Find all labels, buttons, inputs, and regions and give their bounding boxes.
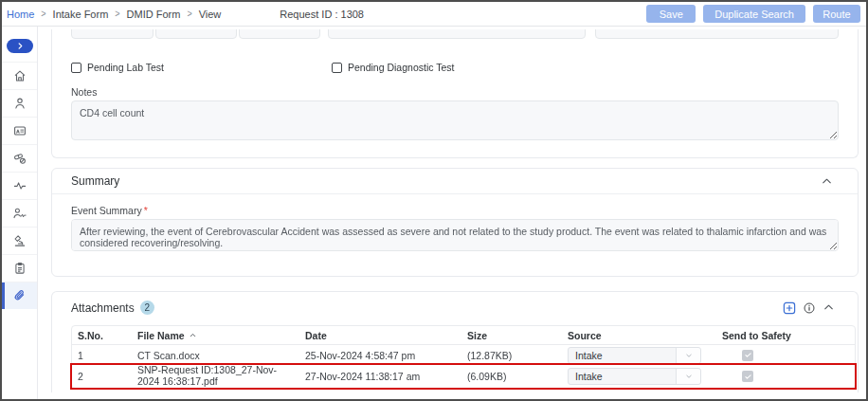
source-select[interactable]: Intake xyxy=(568,347,701,364)
activity-pulse-icon xyxy=(12,178,27,193)
save-button[interactable]: Save xyxy=(646,5,696,23)
send-to-safety-checkbox-checked-disabled xyxy=(742,371,753,382)
breadcrumb-view: View xyxy=(199,9,222,20)
sidebar-expand-button[interactable] xyxy=(7,39,33,53)
row-sno: 1 xyxy=(72,350,132,361)
col-header-source: Source xyxy=(562,330,716,341)
row-send-to-safety-cell xyxy=(716,350,855,361)
row-date: 25-Nov-2024 4:58:47 pm xyxy=(299,350,461,361)
header-actions: Save Duplicate Search Route xyxy=(646,5,860,23)
col-header-send-to-safety: Send to Safety xyxy=(716,330,855,341)
attachments-table: S.No. File Name Date Size Source Send to… xyxy=(71,325,856,389)
request-id: Request ID : 1308 xyxy=(280,9,364,20)
main-content: Pending Lab Test Pending Diagnostic Test… xyxy=(38,27,866,399)
row-sno: 2 xyxy=(72,371,132,382)
send-to-safety-checkbox-checked-disabled xyxy=(742,350,753,361)
summary-section: Summary Event Summary* After reviewing, … xyxy=(51,168,859,277)
cutoff-field xyxy=(155,29,237,39)
pending-tests-row: Pending Lab Test Pending Diagnostic Test xyxy=(71,62,839,73)
attachments-table-header: S.No. File Name Date Size Source Send to… xyxy=(72,326,855,345)
pending-diagnostic-test-label: Pending Diagnostic Test xyxy=(348,62,454,73)
pending-lab-test-checkbox[interactable]: Pending Lab Test xyxy=(71,62,332,73)
attachments-section: Attachments 2 S.No. File Name xyxy=(51,291,859,392)
paperclip-icon xyxy=(12,288,27,303)
source-select[interactable]: Intake xyxy=(568,368,701,385)
id-card-icon xyxy=(12,123,27,138)
col-header-date: Date xyxy=(299,330,461,341)
info-icon[interactable] xyxy=(803,301,816,315)
notes-textarea[interactable]: CD4 cell count xyxy=(71,100,839,140)
top-bar: Home > Intake Form > DMID Form > View Re… xyxy=(2,2,866,27)
details-card: Pending Lab Test Pending Diagnostic Test… xyxy=(51,29,859,158)
attachments-actions xyxy=(783,301,835,315)
route-button[interactable]: Route xyxy=(813,5,860,23)
chevron-right-icon xyxy=(15,41,26,51)
row-send-to-safety-cell xyxy=(716,371,855,382)
sidebar-item-clipboard[interactable] xyxy=(2,254,37,282)
breadcrumb-intake-form[interactable]: Intake Form xyxy=(53,9,109,20)
breadcrumb-separator: > xyxy=(115,9,119,20)
checkbox-icon[interactable] xyxy=(332,63,342,73)
checkbox-icon[interactable] xyxy=(71,63,81,73)
home-icon xyxy=(12,68,27,83)
sidebar-item-attachments[interactable] xyxy=(2,282,37,309)
pending-lab-test-label: Pending Lab Test xyxy=(87,62,164,73)
cutoff-field xyxy=(328,29,586,39)
sidebar-item-home[interactable] xyxy=(2,62,37,89)
sort-asc-icon xyxy=(189,331,197,339)
attachments-header: Attachments 2 xyxy=(52,292,858,321)
breadcrumb-home[interactable]: Home xyxy=(7,9,34,20)
event-summary-textarea[interactable]: After reviewing, the event of Cerebrovas… xyxy=(71,219,839,251)
summary-collapse-button[interactable] xyxy=(821,175,833,188)
required-marker: * xyxy=(144,205,148,216)
microscope-icon xyxy=(12,233,27,248)
row-size: (6.09KB) xyxy=(461,371,562,382)
sidebar-item-medication[interactable] xyxy=(2,144,37,172)
breadcrumb: Home > Intake Form > DMID Form > View xyxy=(7,9,221,20)
cutoff-field xyxy=(71,29,154,39)
row-source-cell: Intake xyxy=(562,368,716,385)
pills-icon xyxy=(12,151,27,166)
cutoff-fields-row xyxy=(71,29,839,39)
attachment-row-2-highlighted[interactable]: 2 SNP-Request ID:1308_27-Nov-2024 16:38:… xyxy=(72,365,855,388)
user-icon xyxy=(12,96,27,111)
notes-label: Notes xyxy=(71,86,839,98)
cutoff-field xyxy=(239,29,320,39)
notes-field-group: Notes CD4 cell count xyxy=(71,86,839,140)
attachments-title: Attachments xyxy=(71,301,135,315)
chevron-down-icon xyxy=(676,369,700,384)
sidebar xyxy=(2,27,38,399)
col-header-size: Size xyxy=(461,330,562,341)
chevron-up-icon xyxy=(821,175,833,188)
row-file-name: CT Scan.docx xyxy=(132,350,299,361)
user-activity-icon xyxy=(12,206,27,221)
row-date: 27-Nov-2024 11:38:17 am xyxy=(299,371,461,382)
attachments-count-badge: 2 xyxy=(140,301,154,315)
event-summary-label: Event Summary* xyxy=(71,205,839,216)
sidebar-item-lab[interactable] xyxy=(2,227,37,254)
source-select-value: Intake xyxy=(569,369,676,384)
chevron-down-icon xyxy=(676,348,700,363)
add-attachment-icon[interactable] xyxy=(783,301,796,315)
col-header-file-name[interactable]: File Name xyxy=(132,330,299,341)
sidebar-item-patient[interactable] xyxy=(2,89,37,117)
cutoff-field xyxy=(595,29,839,39)
attachment-row-1[interactable]: 1 CT Scan.docx 25-Nov-2024 4:58:47 pm (1… xyxy=(72,345,855,365)
row-file-name: SNP-Request ID:1308_27-Nov-2024 16:38:17… xyxy=(132,365,299,387)
source-select-value: Intake xyxy=(569,348,676,363)
row-size: (12.87KB) xyxy=(461,350,562,361)
app-window: Home > Intake Form > DMID Form > View Re… xyxy=(0,0,868,401)
sidebar-item-id-card[interactable] xyxy=(2,117,37,144)
row-source-cell: Intake xyxy=(562,347,716,364)
breadcrumb-separator: > xyxy=(187,9,191,20)
summary-header: Summary xyxy=(52,169,858,194)
duplicate-search-button[interactable]: Duplicate Search xyxy=(703,5,805,23)
col-header-sno: S.No. xyxy=(72,330,132,341)
breadcrumb-separator: > xyxy=(41,9,45,20)
sidebar-item-physician[interactable] xyxy=(2,199,37,227)
chevron-up-icon[interactable] xyxy=(823,301,835,314)
summary-title: Summary xyxy=(71,174,119,188)
pending-diagnostic-test-checkbox[interactable]: Pending Diagnostic Test xyxy=(332,62,592,73)
sidebar-item-activity[interactable] xyxy=(2,172,37,199)
breadcrumb-dmid-form[interactable]: DMID Form xyxy=(127,9,181,20)
